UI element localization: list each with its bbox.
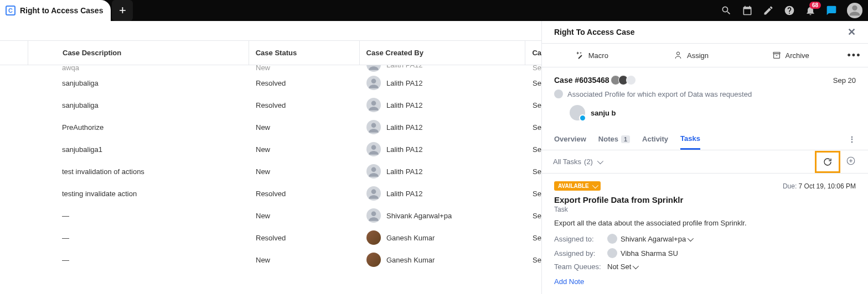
- due-value: 7 Oct 19, 10:06 PM: [799, 182, 856, 190]
- edit-icon[interactable]: [763, 5, 774, 16]
- tab-notes[interactable]: Notes 1: [598, 128, 630, 150]
- task-due: Due: 7 Oct 19, 10:06 PM: [783, 182, 856, 190]
- tab-notes-count: 1: [621, 135, 630, 143]
- add-task-button[interactable]: [846, 156, 856, 168]
- filter-label-text: All Tasks: [553, 158, 581, 166]
- svg-point-1: [852, 6, 857, 11]
- assigned-by-label: Assigned by:: [554, 249, 604, 258]
- tasks-filter-dropdown[interactable]: All Tasks (2): [553, 158, 602, 166]
- creator-avatar: [366, 142, 381, 156]
- tab-title: Right to Access Cases: [20, 6, 103, 15]
- tasks-filter-bar: All Tasks (2): [542, 150, 868, 174]
- table-row[interactable]: testing invalidate actionResolvedLalith …: [0, 182, 541, 204]
- creator-name: Ganesh Kumar: [386, 256, 435, 264]
- notifications-icon[interactable]: 68: [805, 5, 816, 16]
- creator-avatar: [366, 253, 381, 267]
- cell-description: —: [28, 234, 249, 242]
- creator-avatar: [366, 164, 381, 179]
- tab-overview[interactable]: Overview: [554, 128, 586, 150]
- associated-profile[interactable]: sanju b: [570, 105, 856, 120]
- toolbar-spacer: [0, 21, 541, 41]
- assigned-to-value[interactable]: Shivank Agarwal+pa: [621, 235, 692, 243]
- table-row[interactable]: sanjubaliga1NewLalith PA12Se: [0, 138, 541, 160]
- svg-point-8: [371, 189, 376, 194]
- creator-avatar: [366, 230, 381, 245]
- cell-status: Resolved: [249, 101, 360, 109]
- panel-header: Right To Access Case ✕: [542, 21, 868, 43]
- calendar-icon[interactable]: 13: [742, 5, 753, 16]
- cell-truncated: Se: [526, 256, 541, 264]
- active-tab[interactable]: C Right to Access Cases: [0, 0, 111, 21]
- profile-name: sanju b: [591, 109, 616, 117]
- case-date: Sep 20: [833, 76, 856, 85]
- add-note-link[interactable]: Add Note: [554, 277, 584, 286]
- task-status-badge[interactable]: AVAILABLE: [554, 181, 601, 191]
- col-header-status[interactable]: Case Status: [249, 41, 360, 65]
- notification-badge: 68: [809, 2, 821, 9]
- creator-name: Lalith PA12: [386, 123, 423, 132]
- cell-created-by: Lalith PA12: [360, 186, 526, 201]
- team-queues-row: Team Queues: Not Set: [554, 262, 856, 271]
- creator-name: Lalith PA12: [386, 79, 423, 87]
- creator-name: Lalith PA12: [386, 190, 423, 198]
- filter-count: (2): [584, 158, 593, 166]
- cell-description: awqa: [28, 65, 249, 72]
- col-header-created-by[interactable]: Case Created By: [360, 41, 526, 65]
- table-row[interactable]: PreAuthorizeNewLalith PA12Se: [0, 116, 541, 138]
- cell-created-by: Ganesh Kumar: [360, 253, 526, 267]
- team-queues-value[interactable]: Not Set: [607, 262, 637, 271]
- task-title: Export Profile Data from Sprinklr: [554, 195, 856, 204]
- help-icon[interactable]: [784, 5, 795, 16]
- wand-icon: [575, 51, 584, 60]
- tab-activity[interactable]: Activity: [642, 128, 668, 150]
- source-badge-icon: [579, 114, 586, 122]
- tab-tasks[interactable]: Tasks: [680, 128, 700, 150]
- cell-status: New: [249, 145, 360, 154]
- refresh-button[interactable]: [815, 151, 840, 173]
- close-icon[interactable]: ✕: [848, 26, 856, 38]
- archive-button[interactable]: Archive: [741, 51, 840, 60]
- table-row[interactable]: awqaNewLalith PA12Se: [0, 65, 541, 72]
- app-icon: C: [6, 6, 16, 15]
- table-row[interactable]: sanjubaligaResolvedLalith PA12Se: [0, 72, 541, 94]
- cell-status: Resolved: [249, 190, 360, 198]
- topbar-actions: 13 68: [721, 3, 862, 18]
- new-tab-button[interactable]: +: [112, 0, 133, 21]
- cell-status: Resolved: [249, 234, 360, 242]
- case-id: Case #6035468: [554, 75, 636, 85]
- table-header-row: Case Description Case Status Case Create…: [0, 41, 541, 65]
- macro-button[interactable]: Macro: [542, 51, 642, 60]
- more-actions-icon[interactable]: •••: [840, 50, 868, 61]
- archive-icon: [772, 51, 781, 60]
- cell-created-by: Lalith PA12: [360, 164, 526, 179]
- mini-avatar: [626, 75, 636, 85]
- tabs-more-icon[interactable]: ⋮: [848, 135, 856, 144]
- cell-truncated: Se: [526, 190, 541, 198]
- cell-status: New: [249, 212, 360, 220]
- cell-truncated: Se: [526, 212, 541, 220]
- cell-created-by: Shivank Agarwal+pa: [360, 208, 526, 223]
- cell-description: —: [28, 212, 249, 220]
- person-icon: [674, 51, 683, 60]
- table-row[interactable]: —ResolvedGanesh KumarSe: [0, 227, 541, 249]
- creator-name: Lalith PA12: [386, 65, 423, 69]
- user-avatar[interactable]: [847, 3, 862, 18]
- creator-name: Lalith PA12: [386, 101, 423, 109]
- chat-icon[interactable]: [826, 5, 837, 16]
- refresh-icon: [823, 157, 833, 167]
- svg-point-5: [371, 123, 376, 128]
- search-icon[interactable]: [721, 5, 732, 16]
- table-row[interactable]: —NewGanesh KumarSe: [0, 249, 541, 271]
- table-row[interactable]: test invalidation of actionsNewLalith PA…: [0, 160, 541, 182]
- cell-truncated: Se: [526, 65, 541, 72]
- assign-button[interactable]: Assign: [642, 51, 741, 60]
- table-row[interactable]: sanjubaligaResolvedLalith PA12Se: [0, 94, 541, 116]
- cell-created-by: Lalith PA12: [360, 65, 526, 72]
- case-collaborator-avatars[interactable]: [613, 75, 636, 85]
- table-row[interactable]: —NewShivank Agarwal+paSe: [0, 204, 541, 227]
- col-header-description[interactable]: Case Description: [28, 41, 249, 65]
- associated-profile-label: Associated Profile for which export of D…: [567, 90, 752, 98]
- task-description: Export all the data about the associated…: [554, 219, 856, 227]
- col-header-truncated[interactable]: Ca: [525, 41, 541, 65]
- cell-status: New: [249, 256, 360, 264]
